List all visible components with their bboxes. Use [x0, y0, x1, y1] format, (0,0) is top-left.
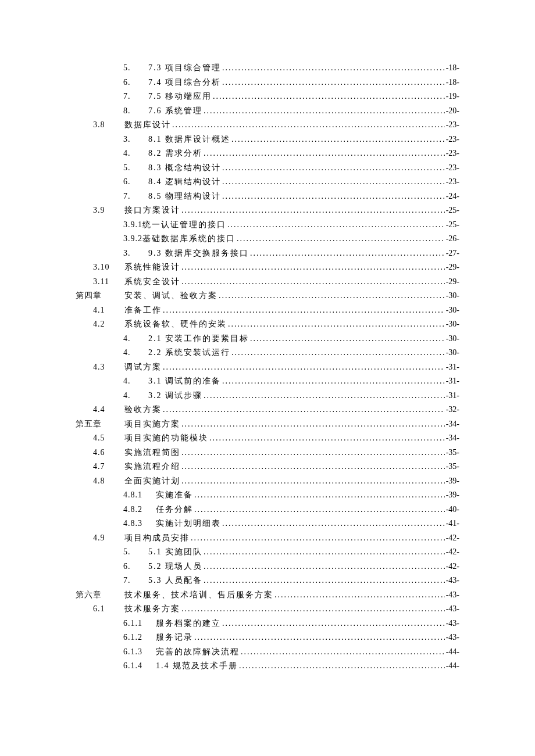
toc-page-number: -41-	[446, 519, 459, 528]
toc-title: 技术服务、技术培训、售后服务方案	[124, 591, 273, 599]
toc-number: 7.	[76, 576, 148, 585]
toc-entry: 7.7.5 移动端应用-19-	[76, 92, 459, 101]
toc-entry: 4.8.2任务分解 -40-	[76, 506, 459, 514]
toc-entry: 3.9.2基础数据库系统的接口 -26-	[76, 235, 459, 243]
toc-title: 7.3 项目综合管理	[148, 64, 221, 72]
toc-entry: 第六章技术服务、技术培训、售后服务方案-43-	[76, 591, 459, 599]
toc-leader-dots	[222, 64, 445, 72]
toc-leader-dots	[213, 92, 445, 101]
toc-page-number: -31-	[446, 377, 459, 385]
toc-page-number: -43-	[446, 591, 459, 599]
toc-leader-dots	[181, 420, 445, 428]
toc-number: 7.	[76, 192, 148, 200]
toc-entry: 3.9.1统一认证管理的接口 -25-	[76, 221, 459, 229]
toc-leader-dots	[222, 78, 445, 87]
toc-number: 6.	[76, 178, 148, 186]
toc-number: 4.2	[76, 320, 124, 328]
toc-page-number: -34-	[446, 434, 459, 442]
toc-title: 8.2 需求分析	[148, 149, 202, 157]
toc-page-number: -35-	[446, 463, 459, 471]
toc-page-number: -23-	[446, 164, 459, 172]
toc-page-number: -23-	[446, 149, 459, 157]
toc-number: 3.	[76, 249, 148, 257]
toc-page-number: -40-	[446, 506, 459, 514]
toc-title: 8.5 物理结构设计	[148, 192, 221, 200]
toc-entry: 6.1.41.4 规范及技术手册 -44-	[76, 662, 459, 670]
toc-number: 6.1.2	[76, 633, 156, 642]
toc-title: 基础数据库系统的接口	[142, 235, 236, 243]
toc-number: 3.9.2	[76, 235, 142, 243]
toc-title: 9.3 数据库交换服务接口	[148, 249, 249, 257]
toc-leader-dots	[222, 619, 445, 628]
toc-title: 验收方案	[124, 406, 162, 414]
toc-number: 4.8.3	[76, 519, 156, 528]
toc-page-number: -20-	[446, 107, 459, 115]
toc-entry: 4.2.2 系统安装试运行-30-	[76, 349, 459, 357]
toc-number: 4.4	[76, 406, 124, 414]
toc-page-number: -30-	[446, 349, 459, 357]
toc-title: 系统性能设计	[124, 263, 180, 271]
toc-number: 4.3	[76, 363, 124, 371]
toc-entry: 第五章项目实施方案-34-	[76, 420, 459, 428]
toc-entry: 3.9.3 数据库交换服务接口-27-	[76, 249, 459, 257]
toc-page-number: -30-	[446, 292, 459, 300]
toc-number: 6.1.4	[76, 662, 156, 670]
toc-page-number: -30-	[446, 320, 459, 328]
toc-leader-dots	[219, 292, 445, 300]
toc-number: 6.	[76, 78, 148, 87]
toc-title: 1.4 规范及技术手册	[156, 662, 238, 670]
toc-entry: 4.4验收方案 -32-	[76, 406, 459, 414]
toc-leader-dots	[191, 534, 445, 542]
toc-leader-dots	[231, 135, 445, 144]
toc-leader-dots	[163, 363, 445, 371]
toc-number: 6.1.1	[76, 619, 156, 628]
table-of-contents: 5.7.3 项目综合管理-18-6.7.4 项目综合分析-18-7.7.5 移动…	[76, 64, 459, 670]
toc-entry: 3.9接口方案设计 -25-	[76, 206, 459, 214]
toc-page-number: -42-	[446, 534, 459, 542]
toc-number: 4.8.1	[76, 491, 156, 499]
toc-number: 第六章	[76, 591, 124, 599]
toc-number: 4.	[76, 349, 148, 357]
toc-title: 实施流程介绍	[124, 463, 180, 471]
toc-leader-dots	[172, 121, 445, 129]
toc-leader-dots	[204, 548, 445, 556]
toc-page-number: -30-	[446, 335, 459, 343]
toc-page-number: -27-	[446, 249, 459, 257]
toc-entry: 5.5.1 实施团队-42-	[76, 548, 459, 556]
toc-number: 4.6	[76, 449, 124, 457]
toc-leader-dots	[237, 235, 445, 243]
toc-title: 调试方案	[124, 363, 162, 371]
toc-entry: 3.10系统性能设计 -29-	[76, 263, 459, 271]
toc-number: 4.5	[76, 434, 124, 442]
toc-page-number: -29-	[446, 278, 459, 286]
toc-leader-dots	[228, 320, 445, 328]
toc-leader-dots	[222, 519, 445, 528]
toc-entry: 3.11系统安全设计 -29-	[76, 278, 459, 286]
toc-leader-dots	[204, 562, 445, 571]
toc-title: 全面实施计划	[124, 477, 180, 485]
toc-title: 实施准备	[156, 491, 193, 499]
toc-page-number: -34-	[446, 420, 459, 428]
toc-title: 7.4 项目综合分析	[148, 78, 221, 87]
toc-title: 数据库设计	[124, 121, 171, 129]
toc-title: 安装、调试、验收方案	[124, 292, 217, 300]
toc-entry: 5.8.3 概念结构设计-23-	[76, 164, 459, 172]
toc-title: 服务档案的建立	[156, 619, 221, 628]
toc-leader-dots	[274, 591, 445, 599]
toc-title: 8.1 数据库设计概述	[148, 135, 230, 144]
toc-entry: 4.9项目构成员安排 -42-	[76, 534, 459, 542]
toc-entry: 6.1技术服务方案 -43-	[76, 605, 459, 613]
toc-page-number: -44-	[446, 648, 459, 656]
toc-title: 项目实施方案	[124, 420, 180, 428]
toc-title: 2.1 安装工作的要紧目标	[148, 335, 249, 343]
toc-title: 服务记录	[156, 633, 193, 642]
toc-leader-dots	[222, 377, 445, 385]
toc-title: 项目构成员安排	[124, 534, 190, 542]
toc-leader-dots	[204, 392, 445, 400]
toc-entry: 4.7实施流程介绍 -35-	[76, 463, 459, 471]
toc-title: 统一认证管理的接口	[142, 221, 226, 229]
toc-leader-dots	[222, 178, 445, 186]
toc-number: 4.9	[76, 534, 124, 542]
toc-entry: 6.7.4 项目综合分析-18-	[76, 78, 459, 87]
toc-leader-dots	[231, 349, 445, 357]
